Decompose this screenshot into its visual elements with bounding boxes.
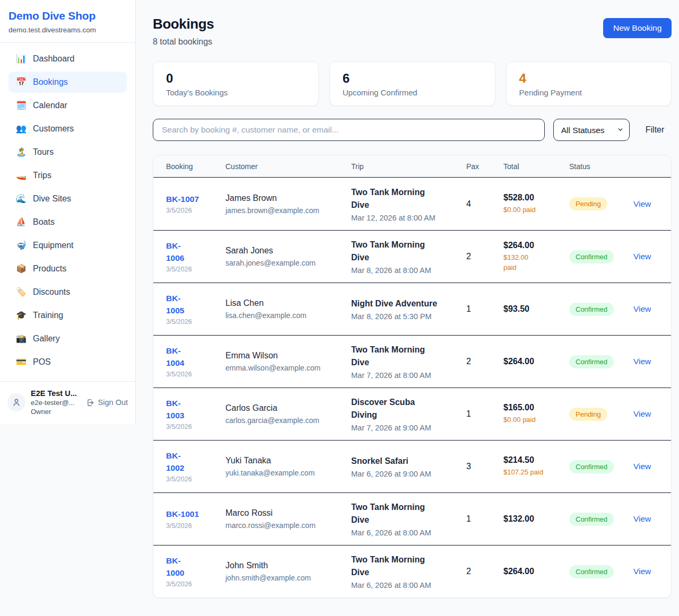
amount-paid: $132.00 paid — [503, 253, 562, 273]
booking-date: 3/5/2026 — [166, 371, 218, 378]
sidebar: Demo Dive Shop demo.test.divestreams.com… — [0, 0, 136, 424]
trip-datetime: Mar 6, 2026 at 9:00 AM — [351, 470, 459, 478]
sidebar-item-label: Discounts — [33, 287, 70, 297]
table-row: BK-1001 3/5/2026 Marco Rossi marco.rossi… — [153, 492, 671, 545]
stat-card-upcoming-confirmed: 6 Upcoming Confirmed — [329, 61, 495, 106]
sidebar-item-bookings[interactable]: 📅 Bookings — [8, 72, 127, 93]
sidebar-item-label: Dive Sites — [33, 194, 71, 204]
sidebar-item-trips[interactable]: 🚤 Trips — [8, 165, 127, 186]
view-link[interactable]: View — [633, 409, 651, 418]
total-amount: $264.00 — [503, 241, 562, 250]
sidebar-item-dashboard[interactable]: 📊 Dashboard — [8, 48, 127, 69]
trip-datetime: Mar 6, 2026 at 8:00 AM — [351, 529, 459, 537]
sidebar-item-label: Bookings — [33, 77, 68, 87]
sidebar-item-tours[interactable]: 🏝️ Tours — [8, 142, 127, 163]
sidebar-item-products[interactable]: 📦 Products — [8, 258, 127, 279]
filter-button[interactable]: Filter — [638, 125, 672, 135]
customer-name: Marco Rossi — [225, 508, 344, 518]
sidebar-item-label: Customers — [33, 124, 74, 134]
sidebar-item-dive-sites[interactable]: 🌊 Dive Sites — [8, 188, 127, 209]
total-cell: $214.50 $107.25 paid — [503, 455, 569, 478]
page-header: Bookings 8 total bookings New Booking — [153, 16, 672, 47]
customer-cell: Emma Wilson emma.wilson@example.com — [225, 351, 351, 372]
package-icon: 📦 — [15, 265, 28, 273]
sidebar-item-gallery[interactable]: 📸 Gallery — [8, 328, 127, 349]
pax-cell: 2 — [466, 567, 503, 576]
user-role: Owner — [31, 408, 81, 416]
camera-icon: 📸 — [15, 335, 28, 343]
view-link[interactable]: View — [633, 357, 651, 366]
new-booking-button[interactable]: New Booking — [603, 18, 672, 38]
view-link[interactable]: View — [633, 514, 651, 523]
brand-domain: demo.test.divestreams.com — [8, 26, 127, 34]
search-input[interactable] — [153, 119, 545, 141]
sidebar-item-equipment[interactable]: 🤿 Equipment — [8, 235, 127, 256]
status-select[interactable]: All Statuses — [553, 119, 630, 141]
speedboat-icon: 🚤 — [15, 171, 28, 180]
booking-id-link[interactable]: BK- 1003 — [166, 398, 184, 421]
booking-id-link[interactable]: BK- 1002 — [166, 450, 184, 474]
sidebar-item-discounts[interactable]: 🏷️ Discounts — [8, 281, 127, 303]
column-header-pax: Pax — [466, 162, 503, 171]
booking-cell: BK- 1006 3/5/2026 — [166, 240, 225, 273]
main-content: Bookings 8 total bookings New Booking 0 … — [136, 0, 679, 598]
sidebar-item-calendar[interactable]: 🗓️ Calendar — [8, 95, 127, 116]
credit-card-icon: 💳 — [15, 358, 28, 366]
total-amount: $165.00 — [503, 403, 562, 412]
status-cell: Confirmed — [569, 513, 633, 526]
trip-name: Discover Scuba Diving — [351, 396, 459, 421]
diving-mask-icon: 🤿 — [15, 241, 28, 250]
trip-cell: Two Tank Morning Dive Mar 7, 2026 at 8:0… — [351, 344, 466, 380]
table-body: BK-1007 3/5/2026 James Brown james.brown… — [153, 178, 671, 597]
booking-date: 3/5/2026 — [166, 476, 218, 483]
sidebar-item-label: Calendar — [33, 101, 67, 110]
status-badge: Confirmed — [569, 513, 614, 526]
sidebar-item-boats[interactable]: ⛵ Boats — [8, 212, 127, 233]
booking-id-link[interactable]: BK- 1000 — [166, 555, 184, 579]
booking-id-link[interactable]: BK- 1004 — [166, 345, 184, 369]
booking-id-link[interactable]: BK-1007 — [166, 193, 199, 205]
stat-value: 4 — [519, 72, 659, 85]
trip-cell: Discover Scuba Diving Mar 7, 2026 at 9:0… — [351, 396, 466, 432]
column-header-trip: Trip — [351, 162, 466, 171]
status-badge: Pending — [569, 197, 607, 210]
status-badge: Confirmed — [569, 250, 614, 263]
wave-icon: 🌊 — [15, 195, 28, 203]
view-link[interactable]: View — [633, 252, 651, 261]
status-badge: Pending — [569, 408, 607, 421]
view-link[interactable]: View — [633, 462, 651, 471]
booking-date: 3/5/2026 — [166, 522, 218, 530]
customer-email: lisa.chen@example.com — [225, 311, 344, 320]
booking-id-link[interactable]: BK-1001 — [166, 508, 199, 520]
total-cell: $93.50 — [503, 304, 569, 314]
sidebar-item-customers[interactable]: 👥 Customers — [8, 118, 127, 139]
customer-email: marco.rossi@example.com — [225, 521, 344, 530]
sign-out-button[interactable]: Sign Out — [86, 398, 128, 407]
trip-datetime: Mar 6, 2026 at 8:00 AM — [351, 581, 459, 589]
table-row: BK- 1005 3/5/2026 Lisa Chen lisa.chen@ex… — [153, 283, 671, 335]
total-cell: $264.00 — [503, 357, 569, 366]
table-row: BK-1007 3/5/2026 James Brown james.brown… — [153, 178, 671, 230]
trip-name: Snorkel Safari — [351, 455, 459, 468]
sidebar-item-training[interactable]: 🎓 Training — [8, 305, 127, 326]
booking-id-link[interactable]: BK- 1005 — [166, 293, 184, 316]
sidebar-item-pos[interactable]: 💳 POS — [8, 351, 127, 373]
booking-cell: BK- 1003 3/5/2026 — [166, 398, 225, 430]
action-cell: View — [633, 567, 658, 576]
sidebar-item-label: Tours — [33, 147, 54, 157]
booking-cell: BK- 1004 3/5/2026 — [166, 345, 225, 378]
view-link[interactable]: View — [633, 567, 651, 576]
action-cell: View — [633, 462, 658, 471]
view-link[interactable]: View — [633, 304, 651, 313]
total-cell: $528.00 $0.00 paid — [503, 193, 569, 215]
action-cell: View — [633, 199, 658, 209]
customer-name: John Smith — [225, 561, 344, 570]
trip-cell: Night Dive Adventure Mar 8, 2026 at 5:30… — [351, 297, 466, 321]
pax-cell: 1 — [466, 304, 503, 314]
booking-id-link[interactable]: BK- 1006 — [166, 240, 184, 264]
view-link[interactable]: View — [633, 199, 651, 208]
tag-icon: 🏷️ — [15, 288, 28, 296]
trip-cell: Two Tank Morning Dive Mar 6, 2026 at 8:0… — [351, 553, 466, 589]
sidebar-item-label: Dashboard — [33, 54, 74, 64]
trip-name: Two Tank Morning Dive — [351, 553, 459, 579]
